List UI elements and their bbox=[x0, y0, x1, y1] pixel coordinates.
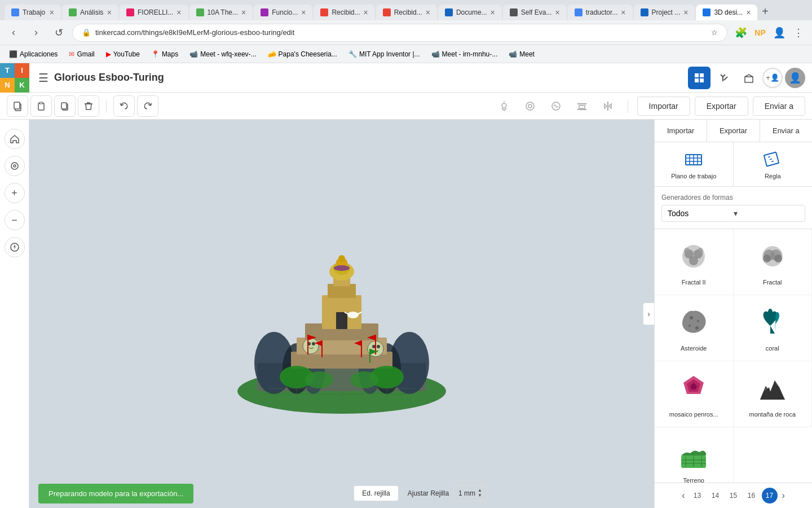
bookmark-gmail[interactable]: ✉ Gmail bbox=[64, 49, 99, 59]
tab-docume[interactable]: Docume... × bbox=[438, 5, 502, 20]
profile-button[interactable]: NP bbox=[751, 24, 769, 42]
duplicate-button[interactable] bbox=[54, 95, 76, 117]
bookmark-papas[interactable]: 🧀 Papa's Cheeseria... bbox=[263, 49, 342, 59]
toolbar-separator bbox=[106, 99, 107, 113]
mm-value: 1 mm bbox=[458, 489, 475, 497]
tab-close[interactable]: × bbox=[176, 8, 181, 17]
bookmark-meet1[interactable]: 📹 Meet - wfq-xeev-... bbox=[185, 49, 261, 59]
tab-fiorelli[interactable]: FIORELLI... × bbox=[120, 5, 188, 20]
tab-selfeva[interactable]: Self Eva... × bbox=[503, 5, 567, 20]
plano-trabajo-icon bbox=[683, 149, 704, 169]
copy-button[interactable] bbox=[7, 95, 28, 117]
collapse-panel-button[interactable]: › bbox=[643, 303, 654, 325]
reload-button[interactable]: ↺ bbox=[50, 24, 68, 42]
tab-close[interactable]: × bbox=[426, 8, 430, 17]
address-bar[interactable]: 🔒 tinkercad.com/things/e8kI9eMLerM-glori… bbox=[72, 24, 727, 42]
add-user-button[interactable]: +👤 bbox=[762, 68, 783, 88]
bookmark-appinventor[interactable]: 🔧 MIT App Inventor |... bbox=[344, 49, 425, 59]
paste-button[interactable] bbox=[30, 95, 52, 117]
list-view-button[interactable]: ☰ bbox=[38, 71, 48, 85]
tab-close[interactable]: × bbox=[621, 8, 625, 17]
back-button[interactable]: ‹ bbox=[5, 24, 23, 42]
bookmark-youtube[interactable]: ▶ YouTube bbox=[102, 49, 144, 59]
tab-project[interactable]: Project ... × bbox=[634, 5, 695, 20]
mirror-button[interactable] bbox=[597, 95, 619, 117]
enviara-button[interactable]: Enviar a bbox=[753, 97, 805, 116]
shape-mosaic[interactable]: mosaico penros... bbox=[655, 361, 734, 427]
shape-terrain[interactable]: Terreno bbox=[655, 427, 734, 483]
page-14-button[interactable]: 14 bbox=[708, 488, 723, 503]
redo-button[interactable] bbox=[137, 95, 158, 117]
page-13-button[interactable]: 13 bbox=[690, 488, 705, 503]
shape-coral[interactable]: coral bbox=[734, 295, 813, 361]
next-page-button[interactable]: › bbox=[780, 491, 787, 501]
grid-view-button[interactable] bbox=[688, 67, 710, 89]
panel-exportar-button[interactable]: Exportar bbox=[707, 120, 760, 142]
box-button[interactable] bbox=[738, 67, 760, 89]
canvas-area[interactable]: Preparando modelo para la exportación...… bbox=[29, 120, 654, 508]
tab-close[interactable]: × bbox=[301, 8, 306, 17]
bookmark-aplicaciones[interactable]: ⬛ Aplicaciones bbox=[5, 49, 62, 59]
importar-button[interactable]: Importar bbox=[637, 97, 690, 116]
exportar-button[interactable]: Exportar bbox=[695, 97, 748, 116]
align-button[interactable] bbox=[571, 95, 593, 117]
tab-traduc[interactable]: traductor... × bbox=[568, 5, 633, 20]
profile-avatar[interactable]: 👤 bbox=[785, 68, 805, 88]
tab-10a[interactable]: 10A The... × bbox=[189, 5, 253, 20]
tab-funcio[interactable]: Funcio... × bbox=[254, 5, 312, 20]
home-view-button[interactable] bbox=[5, 129, 25, 149]
shape-fractal2[interactable]: Fractal II bbox=[655, 229, 734, 295]
panel-importar-button[interactable]: Importar bbox=[655, 120, 707, 142]
ed-rejilla-button[interactable]: Ed. rejilla bbox=[354, 485, 398, 501]
fit-view-button[interactable] bbox=[5, 156, 25, 176]
delete-button[interactable] bbox=[78, 95, 99, 117]
new-tab-button[interactable]: + bbox=[758, 5, 772, 18]
tab-close[interactable]: × bbox=[746, 8, 751, 17]
tab-close[interactable]: × bbox=[50, 8, 54, 17]
page-17-button[interactable]: 17 bbox=[762, 488, 778, 503]
panel-enviara-button[interactable]: Enviar a bbox=[760, 120, 812, 142]
extensions-button[interactable]: 🧩 bbox=[732, 24, 750, 42]
shape-mountain[interactable]: montaña de roca bbox=[734, 361, 813, 427]
page-16-button[interactable]: 16 bbox=[744, 488, 760, 503]
compass-button[interactable] bbox=[5, 237, 25, 257]
tab-close[interactable]: × bbox=[491, 8, 495, 17]
tab-analisis[interactable]: Análisis × bbox=[62, 5, 118, 20]
prev-page-button[interactable]: ‹ bbox=[679, 491, 687, 501]
page-15-button[interactable]: 15 bbox=[726, 488, 742, 503]
redo-icon bbox=[143, 101, 153, 111]
star-icon[interactable]: ☆ bbox=[711, 28, 718, 37]
mm-spinners[interactable]: ▲ ▼ bbox=[478, 488, 482, 498]
todos-select[interactable]: Todos ▾ bbox=[661, 205, 805, 222]
bookmark-maps[interactable]: 📍 Maps bbox=[147, 49, 183, 59]
spinner-down[interactable]: ▼ bbox=[478, 493, 482, 498]
regla-button[interactable]: Regla bbox=[734, 142, 813, 186]
menu-button[interactable]: ⋮ bbox=[789, 24, 807, 42]
tab-close[interactable]: × bbox=[107, 8, 112, 17]
user-button[interactable]: 👤 bbox=[770, 24, 788, 42]
mm-input[interactable]: 1 mm ▲ ▼ bbox=[453, 485, 487, 501]
tab-close[interactable]: × bbox=[363, 8, 368, 17]
bookmark-meet2[interactable]: 📹 Meet - irn-mnhu-... bbox=[427, 49, 502, 59]
undo-button[interactable] bbox=[113, 95, 135, 117]
snap-button[interactable] bbox=[545, 95, 567, 117]
plano-trabajo-button[interactable]: Plano de trabajo bbox=[655, 142, 734, 186]
shape-asteroid[interactable]: Asteroide bbox=[655, 295, 734, 361]
tab-close[interactable]: × bbox=[241, 8, 246, 17]
forward-button[interactable]: › bbox=[27, 24, 45, 42]
tab-recibid1[interactable]: Recibid... × bbox=[314, 5, 374, 20]
zoom-out-button[interactable]: − bbox=[5, 210, 25, 230]
zoom-in-button[interactable]: + bbox=[5, 183, 25, 203]
tools-button[interactable] bbox=[713, 67, 735, 89]
shape-helper-button[interactable] bbox=[519, 95, 541, 117]
shape-fractal[interactable]: Fractal bbox=[734, 229, 813, 295]
svg-point-69 bbox=[350, 371, 378, 388]
tab-3ddesig[interactable]: 3D desi... × bbox=[696, 5, 757, 20]
light-button[interactable] bbox=[493, 95, 515, 117]
bookmark-meet3[interactable]: 📹 Meet bbox=[504, 49, 539, 59]
tab-close[interactable]: × bbox=[555, 8, 559, 17]
tab-recibid2[interactable]: Recibid... × bbox=[376, 5, 437, 20]
tinkercad-logo[interactable]: T I N K bbox=[0, 63, 29, 93]
tab-trabajo[interactable]: Trabajo × bbox=[5, 5, 61, 20]
tab-close[interactable]: × bbox=[683, 8, 688, 17]
